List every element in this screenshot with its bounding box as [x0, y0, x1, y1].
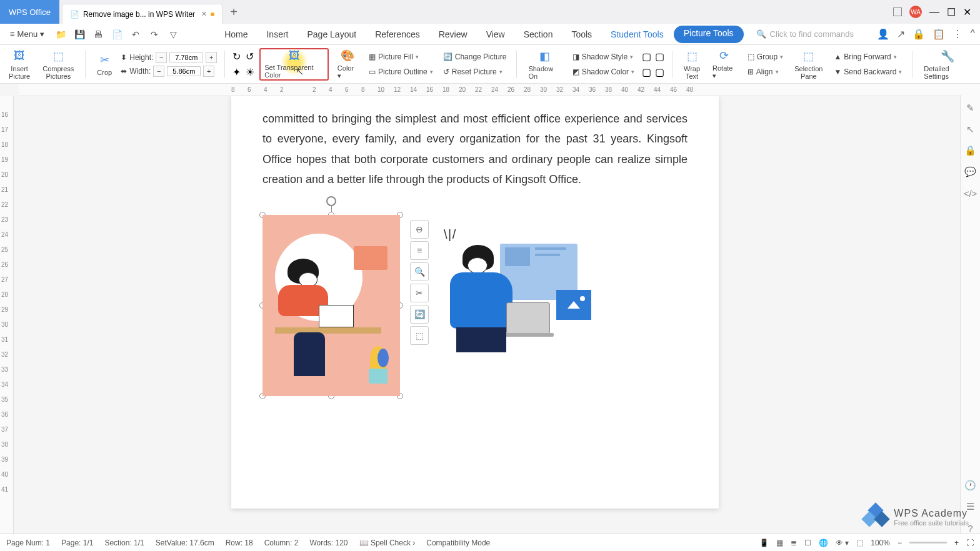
share-icon[interactable]: ↗	[897, 28, 905, 40]
view-reading-icon[interactable]: 🌐	[819, 539, 828, 547]
new-tab-button[interactable]: +	[230, 5, 238, 19]
picture-fill-button[interactable]: ▦Picture Fill▾	[366, 51, 436, 62]
print-icon[interactable]: 🖶	[93, 29, 103, 39]
tab-insert[interactable]: Insert	[258, 26, 297, 43]
transparent-color-icon: 🖼	[287, 49, 302, 62]
user-avatar[interactable]: WA	[909, 6, 922, 18]
file-icon[interactable]: 📋	[932, 28, 945, 40]
nudge-up-icon[interactable]: ▢	[642, 51, 651, 62]
close-tab-icon[interactable]: ✕	[201, 10, 207, 18]
width-minus[interactable]: −	[153, 66, 164, 77]
replace-float-icon[interactable]: 🔄	[410, 305, 429, 324]
redo-icon[interactable]: ↷	[149, 29, 159, 39]
document-tab[interactable]: 📄 Remove image b... in WPS Writer ✕	[62, 4, 222, 24]
open-icon[interactable]: 📁	[56, 29, 66, 39]
fullscreen-icon[interactable]: ⛶	[966, 539, 974, 547]
height-plus[interactable]: +	[206, 52, 217, 63]
crop-button[interactable]: ✂ Crop	[93, 51, 116, 77]
shadow-on-button[interactable]: ◧ Shadow On	[524, 47, 564, 81]
width-plus[interactable]: +	[203, 66, 214, 77]
code-icon[interactable]: </>	[965, 187, 976, 199]
nudge-left-icon[interactable]: ▢	[655, 66, 664, 78]
crop-float-icon[interactable]: ✂	[410, 284, 429, 302]
zoom-slider[interactable]	[909, 542, 947, 544]
change-picture-button[interactable]: 🔄Change Picture	[441, 51, 509, 62]
shadow-icon: ◧	[538, 49, 552, 64]
zoom-in-icon[interactable]: 🔍	[410, 262, 429, 281]
layout-options-icon[interactable]: ≡	[410, 241, 429, 260]
rotate-right-icon[interactable]: ↺	[246, 51, 254, 62]
rotate-handle[interactable]	[326, 196, 336, 206]
home-tab[interactable]: WPS Office	[0, 0, 59, 24]
tab-review[interactable]: Review	[430, 26, 476, 43]
zoom-level[interactable]: 100%	[871, 539, 890, 547]
group-button[interactable]: ⬚Group▾	[745, 51, 786, 62]
shadow-color-button[interactable]: ◩Shadow Color▾	[570, 66, 637, 77]
selection-pane-button[interactable]: ⬚ Selection Pane	[791, 47, 826, 81]
tab-home[interactable]: Home	[216, 26, 256, 43]
tab-picture-tools[interactable]: Picture Tools	[674, 26, 744, 43]
tab-references[interactable]: References	[366, 26, 429, 43]
brightness-icon[interactable]: ✦	[232, 66, 241, 78]
tab-view[interactable]: View	[478, 26, 514, 43]
collapse-ribbon-icon[interactable]: ^	[970, 28, 975, 40]
zoom-out-icon[interactable]: ⊖	[410, 220, 429, 239]
close-icon[interactable]: ✕	[963, 6, 971, 18]
menu-button[interactable]: ≡ Menu ▾	[5, 27, 49, 41]
qat-dropdown-icon[interactable]: ▽	[168, 29, 178, 39]
undo-icon[interactable]: ↶	[131, 29, 141, 39]
spell-check[interactable]: 📖 Spell Check ›	[359, 539, 416, 547]
detailed-settings-button[interactable]: 🔧 Detailed Settings	[920, 47, 975, 81]
select-icon[interactable]: ↖	[965, 124, 976, 135]
color-button[interactable]: 🎨 Color ▾	[334, 47, 361, 81]
picture-outline-button[interactable]: ▭Picture Outline▾	[366, 66, 436, 77]
selected-image-wrapper[interactable]: ⊖ ≡ 🔍 ✂ 🔄 ⬚	[262, 215, 400, 396]
more-float-icon[interactable]: ⬚	[410, 326, 429, 345]
view-web-icon[interactable]: ☐	[804, 539, 811, 547]
rotate-button[interactable]: ⟳ Rotate ▾	[709, 47, 740, 81]
width-input[interactable]	[167, 66, 201, 76]
insert-picture-button[interactable]: 🖼 Insert Picture	[5, 47, 34, 81]
height-minus[interactable]: −	[156, 52, 167, 63]
image-woman-desk[interactable]	[262, 215, 400, 396]
sync-icon[interactable]: 👤	[877, 28, 889, 40]
more-icon[interactable]: ⋮	[952, 28, 962, 40]
tab-section[interactable]: Section	[515, 26, 562, 43]
zoom-in[interactable]: +	[954, 539, 959, 547]
phone-icon[interactable]: 📱	[759, 539, 769, 547]
tab-student-tools[interactable]: Student Tools	[602, 26, 672, 43]
set-transparent-color-button[interactable]: 🖼 Set Transparent Color ↖	[259, 48, 329, 81]
eye-icon[interactable]: 👁 ▾	[836, 539, 849, 547]
window-layout-icon[interactable]	[893, 7, 902, 16]
lock-panel-icon[interactable]: 🔒	[965, 145, 976, 156]
maximize-icon[interactable]: ☐	[947, 6, 956, 18]
contrast-icon[interactable]: ☀	[246, 66, 254, 78]
status-column: Column: 2	[264, 539, 299, 547]
compatibility-mode[interactable]: Compatibility Mode	[426, 539, 490, 547]
command-search[interactable]: 🔍 Click to find commands	[756, 29, 854, 39]
chat-icon[interactable]: 💬	[965, 166, 976, 177]
nudge-down-icon[interactable]: ▢	[642, 66, 651, 78]
zoom-out[interactable]: −	[898, 539, 902, 547]
view-outline-icon[interactable]: ≣	[791, 539, 797, 547]
clock-icon[interactable]: 🕐	[965, 480, 976, 491]
nudge-right-icon[interactable]: ▢	[655, 51, 664, 62]
bring-forward-button[interactable]: ▲Bring Forward▾	[831, 51, 904, 62]
rotate-left-icon[interactable]: ↻	[232, 51, 241, 62]
view-page-icon[interactable]: ▦	[776, 539, 783, 547]
reset-picture-button[interactable]: ↺Reset Picture▾	[441, 66, 509, 77]
pencil-icon[interactable]: ✎	[965, 102, 976, 114]
tab-page-layout[interactable]: Page Layout	[299, 26, 366, 43]
fit-icon[interactable]: ⬚	[856, 539, 863, 547]
send-backward-button[interactable]: ▼Send Backward▾	[831, 66, 904, 77]
shadow-style-button[interactable]: ◨Shadow Style▾	[570, 51, 637, 62]
save-icon[interactable]: 💾	[74, 29, 84, 39]
compress-pictures-button[interactable]: ⬚ Compress Pictures	[39, 47, 78, 81]
tab-tools[interactable]: Tools	[562, 26, 601, 43]
wrap-text-button[interactable]: ⬚ Wrap Text	[680, 47, 704, 81]
align-button[interactable]: ⊞Align▾	[745, 66, 786, 77]
minimize-icon[interactable]: —	[929, 6, 939, 17]
print-preview-icon[interactable]: 📄	[112, 29, 122, 39]
lock-icon[interactable]: 🔒	[912, 28, 925, 40]
height-input[interactable]	[169, 52, 203, 62]
